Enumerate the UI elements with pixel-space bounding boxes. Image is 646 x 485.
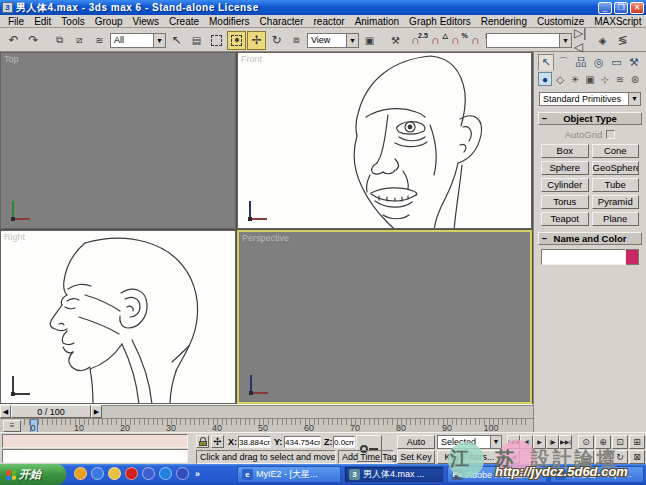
menu-customize[interactable]: Customize (532, 16, 589, 27)
box-button[interactable]: Box (541, 144, 589, 158)
chevron-down-icon[interactable]: ▼ (153, 34, 165, 47)
time-back-arrow[interactable]: ◀ (0, 405, 11, 418)
y-coord-field[interactable]: 434.754cm (284, 436, 321, 448)
zoom-icon[interactable]: ⊙ (578, 435, 594, 449)
select-and-rotate-icon[interactable]: ↻ (267, 31, 286, 50)
category-helpers-icon[interactable]: ⊹ (598, 72, 612, 86)
minmax-toggle-icon[interactable]: ⊠ (629, 450, 645, 464)
viewport-right-label[interactable]: Right (4, 232, 25, 242)
viewport-perspective[interactable]: Perspective (237, 230, 532, 404)
selected-set-dropdown[interactable]: Selected ▼ (437, 435, 502, 449)
quicklaunch-qq-icon[interactable] (125, 467, 138, 480)
category-shapes-icon[interactable]: ◇ (553, 72, 567, 86)
torus-button[interactable]: Torus (541, 195, 589, 209)
tab-hierarchy-icon[interactable]: 品 (573, 54, 589, 70)
set-key-button[interactable]: Set Key (397, 450, 435, 464)
next-frame-button[interactable]: |▶ (546, 435, 559, 449)
zoom-extents-all-icon[interactable]: ⊞ (629, 435, 645, 449)
mirror-icon[interactable]: ▷|◁ (573, 31, 592, 50)
teapot-button[interactable]: Teapot (541, 212, 589, 226)
quicklaunch-app-icon[interactable] (142, 467, 155, 480)
menu-views[interactable]: Views (128, 16, 165, 27)
arc-rotate-icon[interactable]: ↻ (612, 450, 628, 464)
menu-animation[interactable]: Animation (350, 16, 404, 27)
menu-edit[interactable]: Edit (29, 16, 56, 27)
tab-utilities-icon[interactable]: ⚒ (626, 54, 642, 70)
quicklaunch-media-icon[interactable] (74, 467, 87, 480)
cylinder-button[interactable]: Cylinder (541, 178, 589, 192)
select-by-name-icon[interactable]: ▤ (187, 31, 206, 50)
absolute-mode-icon[interactable]: ✢ (211, 435, 224, 448)
selection-filter-dropdown[interactable]: All ▼ (110, 33, 166, 48)
angle-snap-icon[interactable]: ∩△ (426, 31, 445, 50)
select-and-link-icon[interactable]: ⧉ (50, 31, 69, 50)
quicklaunch-folder-icon[interactable] (108, 467, 121, 480)
snap-toggle-icon[interactable]: ∩2.5 (406, 31, 425, 50)
menu-file[interactable]: File (3, 16, 29, 27)
maxscript-listener-input[interactable] (2, 449, 188, 463)
spinner-snap-icon[interactable]: ∩↕ (466, 31, 485, 50)
sphere-button[interactable]: Sphere (541, 161, 589, 175)
cone-button[interactable]: Cone (592, 144, 640, 158)
plane-button[interactable]: Plane (592, 212, 640, 226)
previous-frame-button[interactable]: ◀| (520, 435, 533, 449)
key-filters-button[interactable]: Key Filters... (437, 450, 502, 464)
task-untitled-browser[interactable]: e 未命名 - http:/... (550, 466, 644, 483)
name-color-rollout[interactable]: − Name and Color (538, 232, 642, 245)
key-mode-toggle[interactable]: ◀ (507, 450, 520, 464)
align-icon[interactable]: ◈ (593, 31, 612, 50)
chevron-down-icon[interactable]: ▼ (346, 34, 358, 47)
go-to-start-button[interactable]: |◀◀ (507, 435, 520, 449)
go-to-end-button[interactable]: ▶▶| (559, 435, 572, 449)
select-and-scale-icon[interactable]: ⧈ (287, 31, 306, 50)
category-lights-icon[interactable]: ☀ (568, 72, 582, 86)
pan-icon[interactable]: ⊹ (595, 450, 611, 464)
tab-display-icon[interactable]: ▭ (608, 54, 624, 70)
track-bar[interactable]: ≡ 0 10 20 30 40 50 60 70 80 90 100 (0, 418, 533, 432)
rect-selection-region-icon[interactable] (207, 31, 226, 50)
percent-snap-icon[interactable]: ∩% (446, 31, 465, 50)
menu-graph-editors[interactable]: Graph Editors (404, 16, 476, 27)
x-coord-field[interactable]: 38.884cm (238, 436, 271, 448)
menu-group[interactable]: Group (90, 16, 128, 27)
tab-create-icon[interactable]: ↖ (538, 54, 554, 70)
use-center-icon[interactable]: ▣ (360, 31, 379, 50)
object-type-rollout[interactable]: − Object Type (538, 112, 642, 125)
select-and-move-icon[interactable]: ✢ (247, 31, 266, 50)
quicklaunch-ie-icon[interactable] (91, 467, 104, 480)
menu-maxscript[interactable]: MAXScript (589, 16, 646, 27)
viewport-top-label[interactable]: Top (4, 54, 19, 64)
tab-motion-icon[interactable]: ◎ (591, 54, 607, 70)
quicklaunch-msn-icon[interactable] (159, 467, 172, 480)
named-selection-dropdown[interactable]: ▼ (486, 33, 572, 48)
viewport-front-label[interactable]: Front (241, 54, 262, 64)
selection-lock-icon[interactable] (196, 435, 209, 448)
time-slider-track[interactable] (102, 405, 533, 418)
add-time-tag-button[interactable]: Add Time Tag (338, 450, 394, 464)
start-button[interactable]: 开始 (0, 464, 66, 485)
viewport-top[interactable]: Top (0, 52, 236, 229)
curve-editor-icon[interactable]: ≶ (613, 31, 632, 50)
menu-reactor[interactable]: reactor (309, 16, 350, 27)
viewport-right[interactable]: Right (0, 230, 236, 404)
mini-curve-editor-button[interactable]: ≡ (3, 420, 21, 432)
quicklaunch-app2-icon[interactable] (176, 467, 189, 480)
restore-button[interactable]: ❐ (614, 2, 628, 14)
tube-button[interactable]: Tube (592, 178, 640, 192)
menu-rendering[interactable]: Rendering (476, 16, 532, 27)
menu-create[interactable]: Create (164, 16, 204, 27)
zoom-all-icon[interactable]: ⊕ (595, 435, 611, 449)
chevron-down-icon[interactable]: ▼ (628, 93, 640, 105)
object-color-swatch[interactable] (626, 249, 639, 265)
collapse-icon[interactable]: − (539, 113, 550, 124)
task-3dsmax[interactable]: 3 男人体4.max ... (344, 466, 444, 483)
geosphere-button[interactable]: GeoSphere (592, 161, 640, 175)
close-button[interactable]: ✕ (630, 2, 644, 14)
collapse-icon[interactable]: − (539, 233, 550, 244)
select-object-icon[interactable]: ↖ (167, 31, 186, 50)
category-systems-icon[interactable]: ⊛ (628, 72, 642, 86)
viewport-perspective-label[interactable]: Perspective (242, 233, 289, 243)
primitive-category-dropdown[interactable]: Standard Primitives ▼ (539, 92, 641, 106)
play-button[interactable]: ▶ (533, 435, 546, 449)
category-cameras-icon[interactable]: ▣ (583, 72, 597, 86)
